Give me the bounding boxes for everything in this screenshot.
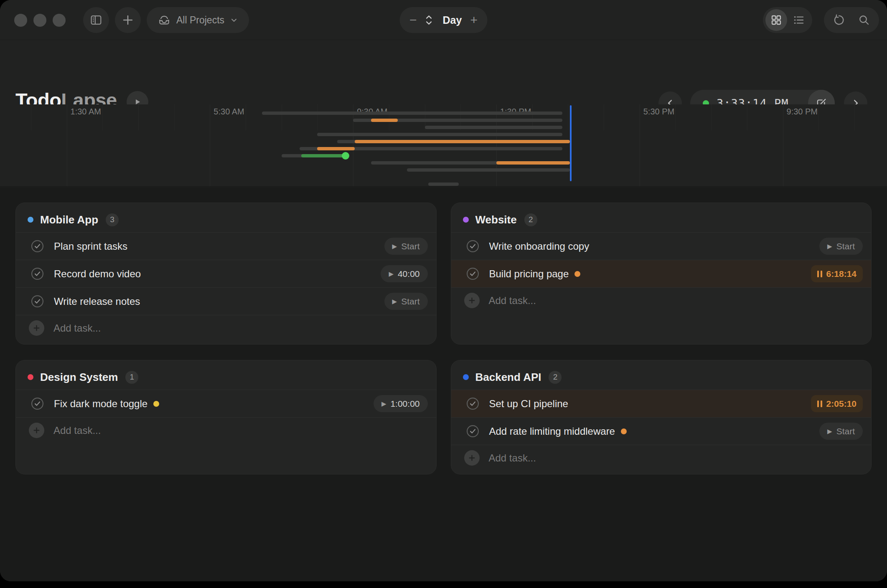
check-circle-icon[interactable]	[466, 267, 479, 280]
timeline-bar-segment	[317, 147, 355, 150]
timeline-bar-segment	[355, 140, 569, 143]
task-title: Add rate limiting middleware	[489, 426, 615, 437]
elapsed-time-label: 6:18:14	[826, 269, 857, 279]
toolbar: All Projects − Day +	[0, 0, 887, 40]
timeline-tick	[102, 104, 103, 130]
add-task-label: Add task...	[53, 322, 101, 334]
task-row[interactable]: Build pricing page 6:18:14	[451, 260, 872, 287]
task-title: Fix dark mode toggle	[54, 398, 147, 410]
search-button[interactable]	[853, 9, 875, 31]
check-circle-icon[interactable]	[31, 397, 44, 410]
task-row[interactable]: Record demo video ▶40:00	[16, 260, 436, 287]
start-task-button[interactable]: ▶Start	[384, 238, 428, 255]
app-window: All Projects − Day +	[0, 0, 887, 581]
task-title: Record demo video	[54, 268, 141, 280]
task-row[interactable]: Fix dark mode toggle ▶1:00:00	[16, 390, 436, 417]
start-task-button[interactable]: ▶Start	[384, 293, 428, 310]
task-row[interactable]: Add rate limiting middleware ▶Start	[451, 417, 872, 445]
task-row[interactable]: Write onboarding copy ▶Start	[451, 232, 872, 260]
add-project-button[interactable]	[115, 7, 141, 33]
add-task-row[interactable]: Add task...	[451, 287, 872, 313]
sidebar-toggle-button[interactable]	[83, 7, 109, 33]
zoom-level-label[interactable]: Day	[443, 14, 462, 26]
add-task-label: Add task...	[489, 295, 536, 307]
main-content: Mobile App 3 Plan sprint tasks ▶Start Re…	[0, 187, 887, 581]
timeline-tick	[711, 104, 712, 130]
check-circle-icon[interactable]	[31, 267, 44, 280]
elapsed-time-label: 2:05:10	[826, 399, 857, 409]
zoom-out-button[interactable]: −	[409, 14, 417, 26]
now-indicator-line	[570, 105, 572, 181]
list-view-button[interactable]	[788, 9, 810, 31]
page-header: TodoLapse Today, 6 Apr 2026 3:33:14 PM	[0, 40, 887, 104]
project-name: Design System	[40, 371, 118, 384]
task-time-button[interactable]: ▶40:00	[381, 265, 427, 282]
minimize-window-button[interactable]	[33, 14, 46, 27]
timeline-bar-segment	[371, 119, 398, 122]
timeline-tick	[246, 104, 246, 130]
add-task-row[interactable]: Add task...	[16, 417, 436, 443]
check-circle-icon[interactable]	[31, 295, 44, 308]
add-task-label: Add task...	[53, 425, 101, 436]
add-task-button[interactable]	[29, 320, 44, 336]
add-task-button[interactable]	[464, 450, 480, 466]
timeline-tick	[604, 104, 604, 130]
add-task-row[interactable]: Add task...	[451, 445, 872, 471]
task-row[interactable]: Set up CI pipeline 2:05:10	[451, 390, 872, 417]
running-timer-badge[interactable]: 2:05:10	[811, 395, 863, 412]
project-card-header: Website 2	[451, 203, 872, 232]
project-card: Backend API 2 Set up CI pipeline 2:05:10…	[451, 360, 872, 474]
timeline[interactable]: 1:30 AM5:30 AM9:30 AM1:30 PM5:30 PM9:30 …	[0, 104, 887, 187]
start-label: Start	[401, 297, 419, 307]
task-row[interactable]: Write release notes ▶Start	[16, 287, 436, 315]
utility-buttons	[824, 7, 879, 33]
timeline-bar-segment	[337, 140, 357, 143]
add-task-button[interactable]	[464, 293, 480, 308]
check-circle-icon[interactable]	[466, 240, 479, 253]
zoom-in-button[interactable]: +	[470, 14, 478, 26]
chevron-down-icon	[230, 16, 238, 24]
timeline-tick	[317, 104, 318, 130]
grid-view-button[interactable]	[765, 9, 787, 31]
timeline-hour-label: 1:30 AM	[71, 107, 101, 117]
timeline-gridline	[496, 104, 497, 187]
pause-icon	[817, 400, 822, 407]
play-icon: ▶	[827, 243, 832, 250]
start-task-button[interactable]: ▶Start	[819, 238, 863, 255]
timeline-gridline	[640, 104, 640, 187]
zoom-window-button[interactable]	[53, 14, 66, 27]
check-circle-icon[interactable]	[466, 425, 479, 438]
project-filter-label: All Projects	[176, 15, 224, 26]
undo-button[interactable]	[828, 9, 850, 31]
plus-icon	[121, 13, 135, 27]
timeline-tick	[174, 104, 175, 130]
start-task-button[interactable]: ▶Start	[819, 423, 863, 440]
check-circle-icon[interactable]	[466, 397, 479, 410]
add-task-label: Add task...	[489, 452, 536, 464]
traffic-lights	[14, 14, 66, 27]
plus-icon	[468, 454, 476, 462]
task-time-button[interactable]: ▶1:00:00	[374, 395, 428, 412]
project-cards: Mobile App 3 Plan sprint tasks ▶Start Re…	[15, 203, 872, 474]
timeline-tick	[31, 104, 31, 130]
task-title: Write onboarding copy	[489, 241, 590, 252]
pause-icon	[817, 271, 822, 277]
timeline-tick	[675, 104, 676, 130]
project-card-header: Mobile App 3	[16, 203, 436, 232]
chevron-up-down-icon[interactable]	[424, 14, 434, 26]
project-color-dot	[28, 217, 33, 223]
timeline-tick	[854, 104, 855, 130]
timeline-tick	[747, 104, 747, 130]
timeline-bar-segment	[428, 182, 459, 186]
check-circle-icon[interactable]	[31, 240, 44, 253]
start-label: Start	[401, 241, 419, 251]
close-window-button[interactable]	[14, 14, 27, 27]
add-task-button[interactable]	[29, 423, 44, 438]
add-task-row[interactable]: Add task...	[16, 315, 436, 341]
task-title: Set up CI pipeline	[489, 398, 568, 410]
running-timer-badge[interactable]: 6:18:14	[811, 265, 863, 282]
task-row[interactable]: Plan sprint tasks ▶Start	[16, 232, 436, 260]
project-card-header: Backend API 2	[451, 360, 872, 390]
project-name: Website	[475, 213, 517, 226]
project-filter-dropdown[interactable]: All Projects	[147, 7, 249, 33]
